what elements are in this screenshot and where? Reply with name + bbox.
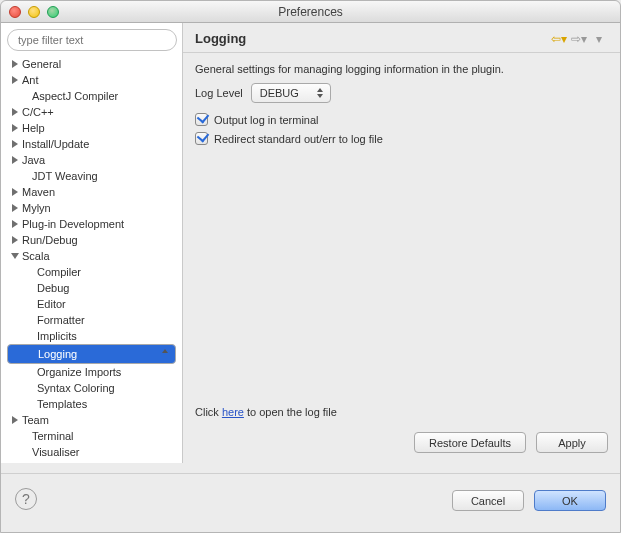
zoom-icon[interactable] [47,6,59,18]
window-title: Preferences [278,5,343,19]
tree-item-label: Logging [38,348,77,360]
tree-item-label: General [22,58,61,70]
tree-item-label: Team [22,414,49,426]
tree-item-jdt-weaving[interactable]: JDT Weaving [7,168,176,184]
chevron-right-icon[interactable] [11,188,20,197]
chevron-right-icon[interactable] [11,108,20,117]
tree-item-syntax-coloring[interactable]: Syntax Coloring [7,380,176,396]
tree-item-label: Compiler [37,266,81,278]
tree-item-java[interactable]: Java [7,152,176,168]
main-panel: Logging ⇦▾ ⇨▾ ▾ General settings for man… [183,23,620,463]
tree-item-visualiser[interactable]: Visualiser [7,444,176,457]
tree-item-organize-imports[interactable]: Organize Imports [7,364,176,380]
log-level-select[interactable]: DEBUG [251,83,331,103]
chevron-right-icon[interactable] [11,76,20,85]
ok-button[interactable]: OK [534,490,606,511]
tree-item-label: Plug-in Development [22,218,124,230]
tree-item-run-debug[interactable]: Run/Debug [7,232,176,248]
tree-item-terminal[interactable]: Terminal [7,428,176,444]
tree-item-compiler[interactable]: Compiler [7,264,176,280]
output-log-terminal-checkbox[interactable] [195,113,208,126]
open-log-link[interactable]: here [222,406,244,418]
tree-item-label: Terminal [32,430,74,442]
tree-item-label: Organize Imports [37,366,121,378]
help-icon[interactable]: ? [15,488,37,510]
tree-item-label: Help [22,122,45,134]
output-log-terminal-label: Output log in terminal [214,114,319,126]
tree-item-maven[interactable]: Maven [7,184,176,200]
tree-item-ant[interactable]: Ant [7,72,176,88]
tree-item-label: Formatter [37,314,85,326]
tree-item-implicits[interactable]: Implicits [7,328,176,344]
tree-item-templates[interactable]: Templates [7,396,176,412]
window-controls [9,6,59,18]
redirect-stdout-label: Redirect standard out/err to log file [214,133,383,145]
tree-item-label: Scala [22,250,50,262]
apply-button[interactable]: Apply [536,432,608,453]
chevron-right-icon[interactable] [11,60,20,69]
tree-item-label: Templates [37,398,87,410]
chevron-right-icon[interactable] [11,204,20,213]
page-title: Logging [195,31,246,46]
nav-forward-icon: ⇨▾ [570,32,588,46]
tree-item-help[interactable]: Help [7,120,176,136]
tree-item-mylyn[interactable]: Mylyn [7,200,176,216]
tree-item-install-update[interactable]: Install/Update [7,136,176,152]
tree-item-formatter[interactable]: Formatter [7,312,176,328]
chevron-right-icon[interactable] [11,236,20,245]
tree-item-label: Mylyn [22,202,51,214]
chevron-right-icon[interactable] [11,220,20,229]
tree-item-plug-in-development[interactable]: Plug-in Development [7,216,176,232]
cancel-button[interactable]: Cancel [452,490,524,511]
filter-input[interactable] [7,29,177,51]
tree-item-c-c-[interactable]: C/C++ [7,104,176,120]
tree-item-label: C/C++ [22,106,54,118]
tree-item-label: Implicits [37,330,77,342]
chevron-down-icon[interactable] [11,252,20,261]
tree-item-label: Ant [22,74,39,86]
minimize-icon[interactable] [28,6,40,18]
footer: ? Cancel OK [1,473,620,523]
tree-item-label: Java [22,154,45,166]
page-nav: ⇦▾ ⇨▾ ▾ [550,32,608,46]
tree-item-label: Install/Update [22,138,89,150]
close-icon[interactable] [9,6,21,18]
tree-item-general[interactable]: General [7,56,176,72]
chevron-right-icon[interactable] [11,140,20,149]
tree-item-logging[interactable]: Logging [7,344,176,364]
sidebar: GeneralAntAspectJ CompilerC/C++HelpInsta… [1,23,183,463]
tree-item-label: JDT Weaving [32,170,98,182]
restore-defaults-button[interactable]: Restore Defaults [414,432,526,453]
tree-item-scala[interactable]: Scala [7,248,176,264]
preference-tree[interactable]: GeneralAntAspectJ CompilerC/C++HelpInsta… [7,56,176,457]
chevron-right-icon[interactable] [11,156,20,165]
tree-item-label: Editor [37,298,66,310]
nav-back-icon[interactable]: ⇦▾ [550,32,568,46]
tree-item-label: AspectJ Compiler [32,90,118,102]
chevron-right-icon[interactable] [11,416,20,425]
tree-item-label: Maven [22,186,55,198]
titlebar: Preferences [1,1,620,23]
page-description: General settings for managing logging in… [195,63,608,75]
redirect-stdout-checkbox[interactable] [195,132,208,145]
tree-item-debug[interactable]: Debug [7,280,176,296]
chevron-right-icon[interactable] [11,124,20,133]
tree-item-label: Debug [37,282,69,294]
open-log-hint: Click here to open the log file [195,406,608,418]
log-level-label: Log Level [195,87,243,99]
tree-item-team[interactable]: Team [7,412,176,428]
log-level-value: DEBUG [260,87,299,99]
tree-item-editor[interactable]: Editor [7,296,176,312]
tree-item-aspectj-compiler[interactable]: AspectJ Compiler [7,88,176,104]
tree-item-label: Run/Debug [22,234,78,246]
nav-menu-icon[interactable]: ▾ [590,32,608,46]
tree-item-label: Visualiser [32,446,80,457]
tree-item-label: Syntax Coloring [37,382,115,394]
